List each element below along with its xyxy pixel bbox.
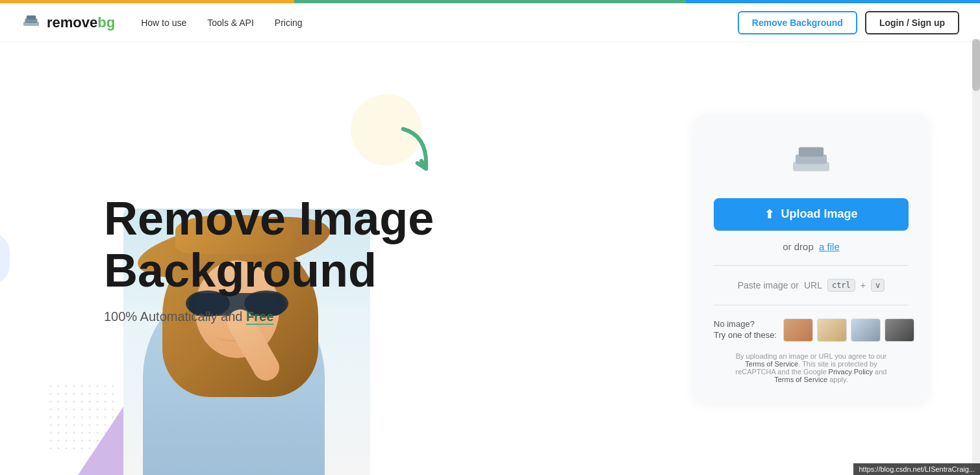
paste-row: Paste image or URL ctrl + v: [738, 279, 885, 292]
upload-icon-area: [785, 141, 837, 183]
nav-link-tools-api[interactable]: Tools & API: [207, 18, 254, 28]
key-v: v: [871, 279, 885, 292]
divider-2: [714, 305, 909, 305]
no-image-label: No image?Try one of these:: [714, 319, 777, 341]
sample-image-dog[interactable]: [817, 318, 847, 342]
navbar: removebg How to use Tools & API Pricing …: [0, 3, 980, 42]
upload-card: ⬆ Upload Image or drop a file Paste imag…: [694, 115, 928, 403]
main-content: Remove Image Background 100% Automatical…: [0, 42, 980, 475]
nav-actions: Remove Background Login / Sign up: [738, 11, 959, 34]
hero-subtitle: 100% Automatically and Free: [104, 309, 468, 324]
login-signup-button[interactable]: Login / Sign up: [865, 11, 959, 34]
decorative-arc: [0, 233, 10, 285]
sample-images-row: No image?Try one of these:: [714, 318, 909, 342]
svg-rect-2: [27, 15, 36, 19]
tos-link-2[interactable]: Terms of Service: [774, 376, 827, 383]
key-ctrl: ctrl: [827, 279, 855, 292]
logo-icon: [21, 12, 42, 33]
scrollbar[interactable]: [972, 39, 980, 475]
nav-links: How to use Tools & API Pricing: [141, 18, 738, 28]
sample-image-laptop[interactable]: [851, 318, 881, 342]
logo[interactable]: removebg: [21, 12, 115, 33]
footer-note: By uploading an image or URL you agree t…: [714, 352, 909, 383]
nav-link-how-to-use[interactable]: How to use: [141, 18, 186, 28]
url-bar: https://blog.csdn.net/LISentraCraig...: [853, 463, 980, 475]
layers-icon: [785, 141, 837, 180]
sample-image-woman[interactable]: [783, 318, 813, 342]
divider: [714, 265, 909, 266]
upload-image-button[interactable]: ⬆ Upload Image: [714, 198, 909, 231]
upload-icon: ⬆: [764, 207, 774, 222]
nav-link-pricing[interactable]: Pricing: [275, 18, 303, 28]
main-title: Remove Image Background: [104, 193, 468, 296]
or-drop-text: or drop a file: [783, 241, 840, 252]
hero-text: Remove Image Background 100% Automatical…: [104, 193, 468, 324]
or-drop-link[interactable]: a file: [819, 241, 840, 252]
sample-images-list: [783, 318, 914, 342]
scrollbar-thumb[interactable]: [972, 39, 980, 91]
url-link[interactable]: URL: [804, 280, 822, 290]
tos-link-1[interactable]: Terms of Service: [745, 360, 798, 368]
remove-background-button[interactable]: Remove Background: [738, 11, 857, 34]
svg-rect-7: [799, 147, 823, 156]
logo-text: removebg: [47, 14, 115, 31]
sample-image-car[interactable]: [885, 318, 914, 342]
privacy-policy-link[interactable]: Privacy Policy: [829, 368, 873, 376]
